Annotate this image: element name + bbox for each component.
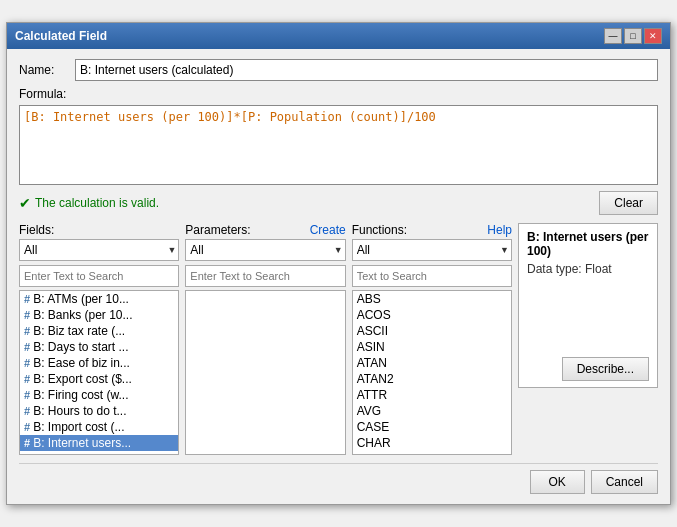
window-controls: — □ ✕ xyxy=(604,28,662,44)
functions-filter-wrapper: All ▼ xyxy=(352,239,512,261)
list-item[interactable]: ABS xyxy=(353,291,511,307)
list-item[interactable]: ACOS xyxy=(353,307,511,323)
maximize-button[interactable]: □ xyxy=(624,28,642,44)
list-item[interactable]: ASIN xyxy=(353,339,511,355)
fields-column: Fields: All ▼ #B: ATMs (per 10... #B: Ba… xyxy=(19,223,179,455)
fields-header: Fields: xyxy=(19,223,179,237)
calculated-field-dialog: Calculated Field — □ ✕ Name: Formula: [B… xyxy=(6,22,671,505)
validation-row: ✔ The calculation is valid. Clear xyxy=(19,191,658,215)
list-item[interactable]: #B: ATMs (per 10... xyxy=(20,291,178,307)
parameters-header: Parameters: Create xyxy=(185,223,345,237)
info-panel-top: B: Internet users (per 100) Data type: F… xyxy=(527,230,649,276)
list-item[interactable]: #B: Ease of biz in... xyxy=(20,355,178,371)
formula-editor[interactable]: [B: Internet users (per 100)]*[P: Popula… xyxy=(19,105,658,185)
fields-label: Fields: xyxy=(19,223,54,237)
parameters-search[interactable] xyxy=(185,265,345,287)
info-datatype: Data type: Float xyxy=(527,262,649,276)
list-item[interactable]: #B: Days to start ... xyxy=(20,339,178,355)
list-item[interactable]: CONTAINS xyxy=(353,451,511,455)
functions-search[interactable] xyxy=(352,265,512,287)
formula-section: Formula: [B: Internet users (per 100)]*[… xyxy=(19,87,658,185)
cancel-button[interactable]: Cancel xyxy=(591,470,658,494)
fields-search[interactable] xyxy=(19,265,179,287)
fields-filter[interactable]: All xyxy=(19,239,179,261)
list-item[interactable]: ATAN2 xyxy=(353,371,511,387)
parameters-filter[interactable]: All xyxy=(185,239,345,261)
functions-column: Functions: Help All ▼ ABS ACOS ASCII ASI… xyxy=(352,223,512,455)
valid-message: ✔ The calculation is valid. xyxy=(19,195,159,211)
valid-text: The calculation is valid. xyxy=(35,196,159,210)
parameters-filter-wrapper: All ▼ xyxy=(185,239,345,261)
clear-button[interactable]: Clear xyxy=(599,191,658,215)
help-link[interactable]: Help xyxy=(487,223,512,237)
main-columns: Fields: All ▼ #B: ATMs (per 10... #B: Ba… xyxy=(19,223,658,455)
functions-label: Functions: xyxy=(352,223,407,237)
bottom-row: OK Cancel xyxy=(19,463,658,494)
describe-button[interactable]: Describe... xyxy=(562,357,649,381)
list-item[interactable]: CHAR xyxy=(353,435,511,451)
list-item[interactable]: #B: Hours to do t... xyxy=(20,403,178,419)
functions-list[interactable]: ABS ACOS ASCII ASIN ATAN ATAN2 ATTR AVG … xyxy=(352,290,512,455)
functions-filter[interactable]: All xyxy=(352,239,512,261)
list-item[interactable]: CASE xyxy=(353,419,511,435)
formula-label: Formula: xyxy=(19,87,658,101)
check-icon: ✔ xyxy=(19,195,31,211)
info-title: B: Internet users (per 100) xyxy=(527,230,649,258)
list-item[interactable]: #B: Banks (per 10... xyxy=(20,307,178,323)
minimize-button[interactable]: — xyxy=(604,28,622,44)
fields-list[interactable]: #B: ATMs (per 10... #B: Banks (per 10...… xyxy=(19,290,179,455)
describe-btn-wrapper: Describe... xyxy=(527,357,649,381)
list-item[interactable]: #B: Export cost ($... xyxy=(20,371,178,387)
name-label: Name: xyxy=(19,63,69,77)
title-bar: Calculated Field — □ ✕ xyxy=(7,23,670,49)
dialog-body: Name: Formula: [B: Internet users (per 1… xyxy=(7,49,670,504)
info-panel: B: Internet users (per 100) Data type: F… xyxy=(518,223,658,388)
close-button[interactable]: ✕ xyxy=(644,28,662,44)
list-item[interactable]: #B: Firing cost (w... xyxy=(20,387,178,403)
create-link[interactable]: Create xyxy=(310,223,346,237)
list-item-selected[interactable]: #B: Internet users... xyxy=(20,435,178,451)
list-item[interactable]: ASCII xyxy=(353,323,511,339)
list-item[interactable]: ATAN xyxy=(353,355,511,371)
dialog-title: Calculated Field xyxy=(15,29,107,43)
name-row: Name: xyxy=(19,59,658,81)
list-item[interactable]: #B: Biz tax rate (... xyxy=(20,323,178,339)
parameters-label: Parameters: xyxy=(185,223,250,237)
list-item[interactable]: #B: Legal rights (... xyxy=(20,451,178,455)
list-item[interactable]: AVG xyxy=(353,403,511,419)
fields-filter-wrapper: All ▼ xyxy=(19,239,179,261)
list-item[interactable]: #B: Import cost (... xyxy=(20,419,178,435)
parameters-list[interactable] xyxy=(185,290,345,455)
name-input[interactable] xyxy=(75,59,658,81)
ok-button[interactable]: OK xyxy=(530,470,585,494)
list-item[interactable]: ATTR xyxy=(353,387,511,403)
functions-header: Functions: Help xyxy=(352,223,512,237)
parameters-column: Parameters: Create All ▼ xyxy=(185,223,345,455)
